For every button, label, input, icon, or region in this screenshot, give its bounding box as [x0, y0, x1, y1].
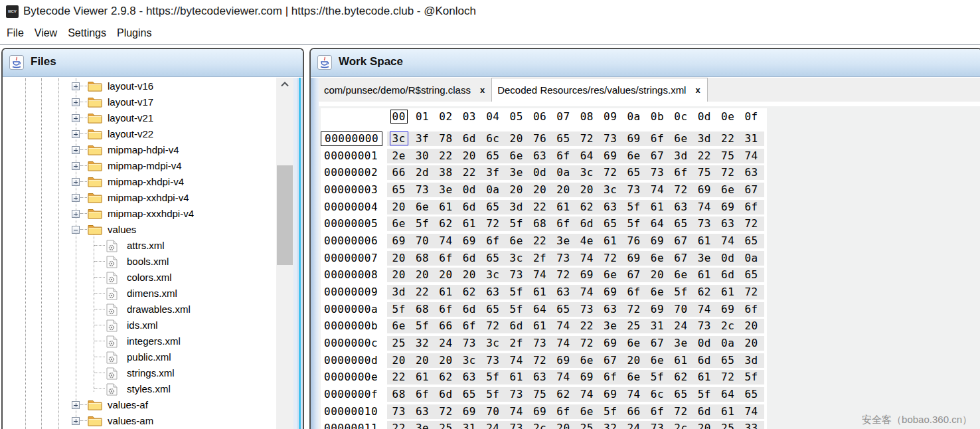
hex-byte-cell[interactable]: 3d [505, 200, 528, 214]
hex-byte-cell[interactable]: 6e [575, 353, 598, 368]
hex-byte-cell[interactable]: 3c [505, 251, 528, 266]
hex-byte-cell[interactable]: 67 [622, 268, 645, 282]
hex-byte-cell[interactable]: 67 [645, 149, 669, 163]
hex-byte-cell[interactable]: 62 [457, 285, 481, 300]
hex-address-cell[interactable]: 00000004 [321, 200, 387, 214]
hex-column-header-02[interactable]: 02 [434, 110, 457, 123]
hex-byte-cell[interactable]: 22 [693, 149, 716, 163]
hex-byte-cell[interactable]: 6f [740, 200, 763, 214]
hex-byte-cell[interactable]: 5f [505, 285, 528, 300]
hex-byte-cell[interactable]: 62 [552, 387, 575, 402]
hex-byte-cell[interactable]: 3d [740, 353, 763, 368]
hex-byte-cell[interactable]: 5f [693, 387, 716, 402]
hex-byte-cell[interactable]: 6f [434, 302, 457, 317]
expand-toggle-icon[interactable] [72, 114, 80, 122]
hex-byte-cell[interactable]: 31 [645, 319, 669, 333]
hex-byte-cell[interactable]: 68 [528, 216, 551, 231]
hex-byte-cell[interactable]: 20 [457, 149, 481, 163]
menu-plugins[interactable]: Plugins [116, 24, 153, 43]
hex-address-cell[interactable]: 0000000c [321, 336, 387, 351]
hex-byte-cell[interactable]: 68 [387, 387, 410, 402]
hex-byte-cell[interactable]: 6d [457, 131, 481, 146]
hex-byte-cell[interactable]: 61 [552, 200, 575, 214]
hex-byte-cell[interactable]: 72 [716, 370, 739, 385]
hex-byte-cell[interactable]: 74 [552, 319, 575, 333]
hex-byte-cell[interactable]: 70 [481, 404, 505, 419]
hex-byte-cell[interactable]: 73 [575, 302, 598, 317]
hex-address-cell[interactable]: 00000006 [321, 234, 387, 248]
hex-byte-cell[interactable]: 69 [552, 353, 575, 368]
hex-column-header-03[interactable]: 03 [457, 110, 481, 123]
hex-byte-cell[interactable]: 69 [599, 336, 622, 351]
tree-item-layout-v21[interactable]: layout-v21 [3, 110, 276, 126]
hex-byte-cell[interactable]: 6e [622, 149, 645, 163]
hex-byte-cell[interactable]: 65 [740, 234, 763, 248]
hex-byte-cell[interactable]: 3e [505, 165, 528, 180]
hex-byte-cell[interactable]: 3e [693, 251, 716, 266]
hex-byte-cell[interactable]: 69 [599, 149, 622, 163]
hex-byte-cell[interactable]: 62 [575, 200, 598, 214]
tree-item-mipmap-xxxhdpi-v4[interactable]: mipmap-xxxhdpi-v4 [3, 206, 276, 222]
hex-column-header-09[interactable]: 09 [599, 110, 622, 123]
hex-byte-cell[interactable]: 3e [434, 183, 457, 197]
expand-toggle-icon[interactable] [72, 98, 80, 106]
hex-byte-cell[interactable]: 20 [387, 251, 410, 266]
hex-byte-cell-selected[interactable]: 3c [387, 131, 410, 146]
tab-close-icon[interactable]: x [695, 86, 700, 94]
hex-byte-cell[interactable]: 69 [457, 234, 481, 248]
workspace-tab-1[interactable]: Decoded Resources/res/values/strings.xml… [491, 78, 708, 102]
hex-column-header-05[interactable]: 05 [505, 110, 528, 123]
hex-column-header-0a[interactable]: 0a [622, 110, 645, 123]
hex-byte-cell[interactable]: 68 [410, 302, 434, 317]
hex-byte-cell[interactable]: 6e [575, 404, 598, 419]
hex-byte-cell[interactable]: 74 [505, 353, 528, 368]
hex-byte-cell[interactable]: 3e [410, 421, 434, 429]
hex-byte-cell[interactable]: 72 [669, 183, 693, 197]
hex-byte-cell[interactable]: 72 [669, 404, 693, 419]
hex-byte-cell[interactable]: 22 [387, 421, 410, 429]
hex-byte-cell[interactable]: 69 [528, 404, 551, 419]
hex-address-cell[interactable]: 00000011 [321, 421, 387, 429]
hex-byte-cell[interactable]: 6c [645, 387, 669, 402]
hex-byte-cell[interactable]: 32 [599, 421, 622, 429]
hex-byte-cell[interactable]: 76 [528, 131, 551, 146]
hex-byte-cell[interactable]: 2c [669, 421, 693, 429]
hex-byte-cell[interactable]: 61 [410, 370, 434, 385]
collapse-toggle-icon[interactable] [72, 226, 80, 234]
hex-byte-cell[interactable]: 73 [599, 131, 622, 146]
hex-byte-cell[interactable]: 63 [528, 149, 551, 163]
hex-byte-cell[interactable]: 20 [387, 200, 410, 214]
hex-byte-cell[interactable]: 22 [528, 234, 551, 248]
hex-byte-cell[interactable]: 2d [410, 165, 434, 180]
hex-byte-cell[interactable]: 65 [481, 149, 505, 163]
hex-byte-cell[interactable]: 65 [552, 131, 575, 146]
hex-byte-cell[interactable]: 6d [575, 216, 598, 231]
hex-byte-cell[interactable]: 25 [575, 421, 598, 429]
hex-byte-cell[interactable]: 5f [387, 302, 410, 317]
hex-address-cell[interactable]: 0000000f [321, 387, 387, 402]
hex-byte-cell[interactable]: 73 [457, 336, 481, 351]
hex-byte-cell[interactable]: 72 [481, 319, 505, 333]
hex-byte-cell[interactable]: 72 [481, 216, 505, 231]
hex-byte-cell[interactable]: 67 [645, 336, 669, 351]
hex-byte-cell[interactable]: 74 [575, 285, 598, 300]
hex-byte-cell[interactable]: 65 [387, 183, 410, 197]
hex-byte-cell[interactable]: 69 [575, 268, 598, 282]
hex-byte-cell[interactable]: 6e [387, 319, 410, 333]
hex-byte-cell[interactable]: 73 [505, 268, 528, 282]
hex-byte-cell[interactable]: 72 [552, 268, 575, 282]
hex-column-header-01[interactable]: 01 [410, 110, 434, 123]
hex-byte-cell[interactable]: 3d [387, 285, 410, 300]
hex-byte-cell[interactable]: 6e [716, 183, 739, 197]
hex-byte-cell[interactable]: 24 [481, 421, 505, 429]
hex-byte-cell[interactable]: 6e [387, 216, 410, 231]
hex-byte-cell[interactable]: 6f [645, 131, 669, 146]
hex-byte-cell[interactable]: 22 [410, 285, 434, 300]
hex-byte-cell[interactable]: 20 [434, 353, 457, 368]
hex-byte-cell[interactable]: 22 [528, 200, 551, 214]
hex-column-header-0d[interactable]: 0d [693, 110, 716, 123]
hex-column-header-0e[interactable]: 0e [716, 110, 739, 123]
hex-byte-cell[interactable]: 66 [387, 165, 410, 180]
hex-byte-cell[interactable]: 61 [505, 370, 528, 385]
hex-byte-cell[interactable]: 3c [481, 268, 505, 282]
